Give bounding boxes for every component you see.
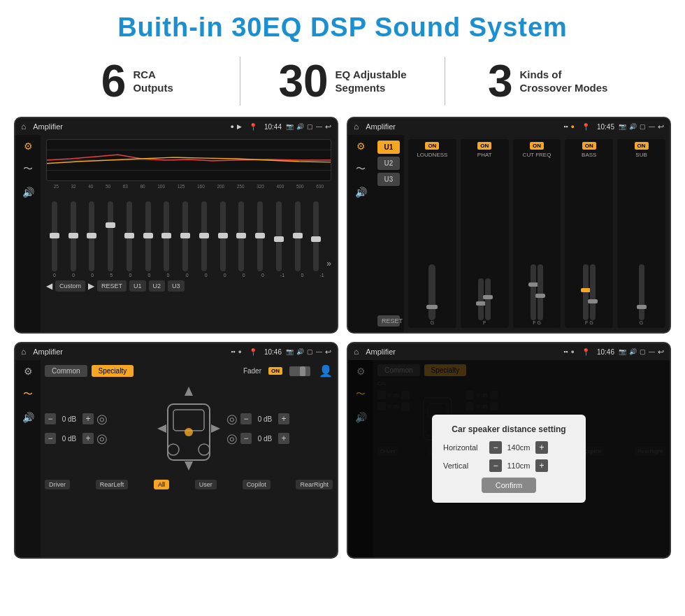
stat-rca: 6 RCAOutputs: [42, 59, 233, 103]
fader-icon-tune[interactable]: ⚙: [24, 366, 33, 377]
dialog-horizontal-minus[interactable]: −: [489, 441, 502, 454]
eq-track-9[interactable]: [220, 201, 226, 271]
fader-right-bot-plus[interactable]: +: [278, 433, 289, 444]
fader-tab-common[interactable]: Common: [45, 365, 87, 377]
pin-icon-4: 📍: [582, 348, 590, 356]
phat-slider2[interactable]: [485, 278, 491, 320]
phat-slider1[interactable]: [478, 278, 484, 320]
eq-track-7[interactable]: [182, 201, 188, 271]
eq-track-0[interactable]: [52, 201, 57, 271]
dialog-horizontal-value: 140cm: [505, 443, 533, 452]
back-icon-1[interactable]: ↩: [325, 122, 331, 131]
eq-u2-btn[interactable]: U2: [149, 280, 166, 292]
bass-slider1[interactable]: [583, 264, 589, 320]
eq-track-3[interactable]: [108, 201, 113, 271]
fader-right-top-minus[interactable]: −: [240, 413, 252, 424]
amp2-icon-vol[interactable]: 🔊: [355, 187, 367, 198]
sub-slider[interactable]: [639, 264, 644, 320]
amp2-reset-btn[interactable]: RESET: [377, 315, 400, 327]
eq-prev-icon[interactable]: ◀: [46, 281, 52, 291]
dialog-vertical-label: Vertical: [443, 461, 485, 470]
eq-track-10[interactable]: [238, 201, 244, 271]
fader-btn-copilot[interactable]: Copilot: [243, 480, 271, 489]
minus-icon-2: —: [649, 123, 655, 130]
eq-track-12[interactable]: [276, 201, 282, 271]
amp2-icon-tune[interactable]: ⚙: [356, 141, 366, 152]
eq-track-1[interactable]: [71, 201, 76, 271]
home-icon-2[interactable]: ⌂: [354, 122, 359, 131]
home-icon-1[interactable]: ⌂: [21, 122, 26, 131]
home-icon-3[interactable]: ⌂: [21, 347, 26, 357]
sub-label: SUB: [635, 152, 647, 158]
fader-btn-driver[interactable]: Driver: [45, 480, 70, 489]
screen4-title: Amplifier: [366, 348, 559, 356]
eq-custom-btn[interactable]: Custom: [55, 280, 85, 292]
eq-sidebar-icon-wave[interactable]: 〜: [23, 163, 33, 176]
fader-btn-user[interactable]: User: [195, 480, 217, 489]
home-icon-4[interactable]: ⌂: [354, 347, 359, 357]
back-icon-2[interactable]: ↩: [658, 122, 664, 131]
amp2-main: ON LOUDNESS G ON PHAT: [404, 135, 670, 332]
eq-bottom-bar: ◀ Custom ▶ RESET U1 U2 U3: [46, 278, 331, 294]
eq-slider-3: [102, 201, 119, 273]
back-icon-4[interactable]: ↩: [658, 348, 664, 357]
fader-slider-mini[interactable]: [289, 366, 310, 376]
dialog-confirm-button[interactable]: Confirm: [482, 478, 537, 493]
eq-track-8[interactable]: [201, 201, 207, 271]
eq-track-14[interactable]: [313, 201, 319, 271]
eq-u1-btn[interactable]: U1: [129, 280, 146, 292]
eq-sidebar-icon-volume[interactable]: 🔊: [22, 187, 34, 198]
fader-btn-rearright[interactable]: RearRight: [296, 480, 333, 489]
fader-right-top-plus[interactable]: +: [278, 413, 289, 424]
fader-left-top-plus[interactable]: +: [82, 413, 94, 424]
fader-btn-all[interactable]: All: [154, 480, 169, 489]
fader-left-top-val: 0 dB: [59, 415, 80, 423]
svg-marker-8: [185, 387, 193, 396]
eq-track-6[interactable]: [164, 201, 169, 271]
fader-icon-vol[interactable]: 🔊: [22, 412, 34, 423]
bass-slider2[interactable]: [590, 264, 596, 320]
amp2-u2-btn[interactable]: U2: [377, 157, 400, 170]
eq-u3-btn[interactable]: U3: [168, 280, 185, 292]
eq-next-icon[interactable]: ▶: [88, 281, 94, 291]
fader-tabs: Common Specialty Fader ON 👤: [45, 364, 333, 378]
sub-on: ON: [635, 142, 649, 150]
bass-on: ON: [582, 142, 596, 150]
fader-left-bot-minus[interactable]: −: [45, 433, 56, 444]
back-icon-3[interactable]: ↩: [325, 348, 331, 357]
expand-icon[interactable]: »: [326, 259, 331, 273]
eq-thumb-7: [180, 233, 190, 238]
fader-left-top-minus[interactable]: −: [45, 413, 56, 424]
fader-icon-wave[interactable]: 〜: [23, 388, 33, 401]
fader-left-bot-plus[interactable]: +: [82, 433, 94, 444]
eq-val-6: 0: [167, 273, 170, 278]
amp2-u3-btn[interactable]: U3: [377, 173, 400, 186]
eq-track-13[interactable]: [295, 201, 301, 271]
fader-btn-rearleft[interactable]: RearLeft: [96, 480, 129, 489]
loudness-slider-g[interactable]: [428, 264, 435, 320]
dialog-vertical-plus[interactable]: +: [535, 459, 548, 472]
cutfreq-slider2[interactable]: [538, 264, 543, 320]
eq-track-11[interactable]: [257, 201, 263, 271]
eq-sidebar: ⚙ 〜 🔊: [15, 135, 41, 332]
amp2-icon-wave[interactable]: 〜: [356, 163, 366, 176]
grid-icon-4: ▪▪: [563, 348, 568, 355]
eq-track-2[interactable]: [89, 201, 94, 271]
amp2-u1-btn[interactable]: U1: [377, 141, 400, 154]
dialog-vertical-minus[interactable]: −: [489, 459, 502, 472]
eq-reset-btn[interactable]: RESET: [97, 280, 127, 292]
svg-point-7: [185, 428, 193, 436]
minus-icon-4: —: [649, 348, 655, 355]
eq-slider-12: [271, 201, 287, 273]
dialog-horizontal-plus[interactable]: +: [535, 441, 548, 454]
fader-right-bot-val: 0 dB: [254, 435, 275, 443]
eq-track-5[interactable]: [145, 201, 151, 271]
cutfreq-slider1[interactable]: [531, 264, 536, 320]
eq-val-1: 0: [72, 273, 75, 278]
eq-track-4[interactable]: [127, 201, 132, 271]
phat-on: ON: [477, 142, 491, 150]
fader-tab-specialty[interactable]: Specialty: [92, 365, 134, 377]
eq-sidebar-icon-tune[interactable]: ⚙: [24, 141, 33, 152]
freq-250: 250: [237, 184, 245, 189]
fader-right-bot-minus[interactable]: −: [240, 433, 252, 444]
